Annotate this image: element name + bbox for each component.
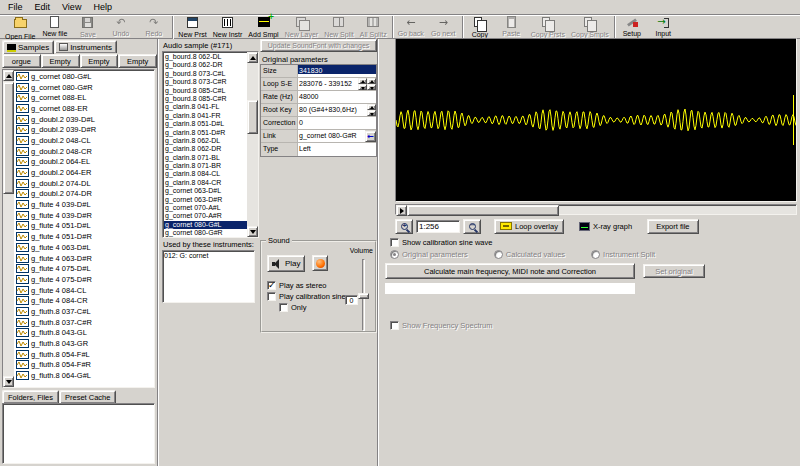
menu-item[interactable]: File — [2, 1, 29, 13]
tree-sample-row[interactable]: g_fluth.8 054-F#L — [14, 349, 154, 360]
scroll-up-icon[interactable] — [247, 52, 258, 63]
tab-preset-cache[interactable]: Preset Cache — [59, 390, 116, 403]
scroll-right-icon[interactable] — [396, 205, 407, 216]
tree-sample-row[interactable]: g_flute 4 039-D#R — [14, 210, 154, 221]
instrument-row[interactable]: 012: G: cornet — [164, 252, 253, 261]
tree-sample-row[interactable]: g_fluth.8 037-C#L — [14, 306, 154, 317]
export-file-button[interactable]: Export file — [647, 219, 698, 234]
audio-sample-row[interactable]: g_cornet 070-A#R — [164, 212, 247, 220]
redo-button[interactable]: Redo — [137, 16, 170, 38]
waveform-display[interactable] — [395, 38, 797, 202]
audio-sample-row[interactable]: g_bourd.8 062-DL — [164, 53, 247, 61]
calculate-frequency-button[interactable]: Calculate main frequency, MIDI note and … — [385, 263, 635, 279]
undo-button[interactable]: Undo — [104, 16, 137, 38]
goto-linked-sample-icon[interactable]: ← — [365, 131, 376, 142]
tree-sample-row[interactable]: g_flute 4 084-CL — [14, 285, 154, 296]
checkbox-row[interactable]: Only — [279, 302, 353, 313]
copy-samples-button[interactable]: Copy Smpls — [568, 16, 612, 39]
tree-sample-row[interactable]: g_doubl.2 074-DL — [14, 178, 154, 189]
parameter-value-field[interactable]: 80 (G#4+830,6Hz) — [298, 104, 367, 116]
tab-samples[interactable]: Samples — [2, 40, 54, 54]
open-file-button[interactable]: Open File — [2, 16, 38, 41]
tree-sample-row[interactable]: g_flute 4 075-D#R — [14, 274, 154, 285]
audio-sample-row[interactable]: g_cornet 063-D#L — [164, 187, 247, 195]
radio-icon[interactable] — [591, 250, 600, 259]
tab-folders-files[interactable]: Folders, Files — [2, 390, 59, 403]
audio-sample-row[interactable]: g_cornet 070-A#L — [164, 204, 247, 212]
audio-sample-row[interactable]: g_clarin.8 062-DR — [164, 145, 247, 153]
menu-item[interactable]: Help — [87, 1, 118, 13]
audio-sample-row[interactable]: g_bourd.8 085-C#L — [164, 87, 247, 95]
preset-slot-button[interactable]: orgue — [2, 54, 41, 68]
scrollbar-thumb[interactable] — [247, 100, 258, 134]
xray-graph-toggle[interactable]: X-ray graph — [579, 222, 632, 231]
tab-instruments[interactable]: Instruments — [54, 40, 117, 53]
audio-sample-row[interactable]: g_clarin.8 041-FR — [164, 112, 247, 120]
zoom-in-button[interactable] — [395, 219, 413, 234]
audio-sample-row[interactable]: g_clarin.8 041-FL — [164, 103, 247, 111]
new-preset-button[interactable]: New Prst — [172, 16, 209, 39]
audio-sample-row[interactable]: g_clarin.8 084-CL — [164, 170, 247, 178]
new-layer-button[interactable]: New Layer — [282, 16, 321, 39]
go-back-button[interactable]: Go back — [392, 16, 427, 38]
parameter-value-field[interactable]: 283076 - 339152 — [298, 78, 358, 90]
scrollbar-thumb[interactable] — [407, 205, 559, 216]
checkbox-icon[interactable] — [267, 292, 276, 301]
checkbox-icon[interactable] — [279, 303, 288, 312]
tree-sample-row[interactable]: g_doubl.2 074-DR — [14, 189, 154, 200]
tree-sample-row[interactable]: g_fluth.8 037-C#R — [14, 317, 154, 328]
preset-slot-button[interactable]: Empty — [80, 54, 119, 68]
audio-sample-row[interactable]: g_bourd.8 073-C#R — [164, 78, 247, 86]
tone-button[interactable] — [312, 255, 328, 271]
input-button[interactable]: Input — [647, 16, 680, 38]
go-next-button[interactable]: Go next — [427, 16, 460, 38]
tree-sample-row[interactable]: g_fluth.8 043-GL — [14, 328, 154, 339]
copy-button[interactable]: Copy — [462, 16, 495, 39]
scrollbar-thumb[interactable] — [3, 82, 14, 194]
checkbox-row[interactable]: Play as stereo — [267, 280, 353, 291]
tree-sample-row[interactable]: g_doubl.2 048-CR — [14, 146, 154, 157]
tree-sample-row[interactable]: g_doubl.2 064-ER — [14, 167, 154, 178]
parameter-value-field[interactable]: g_cornet 080-G#R — [298, 130, 365, 142]
radio-icon[interactable] — [494, 250, 503, 259]
checkbox-icon[interactable] — [390, 321, 399, 330]
audio-sample-row[interactable]: g_clarin.8 051-D#L — [164, 120, 247, 128]
sample-list-scrollbar[interactable] — [247, 52, 258, 237]
tree-sample-row[interactable]: g_flute 4 039-D#L — [14, 199, 154, 210]
audio-sample-row[interactable]: g_bourd.8 073-C#L — [164, 70, 247, 78]
volume-slider-thumb[interactable] — [358, 293, 369, 299]
parameter-source-radio[interactable]: Original parameters — [390, 250, 468, 259]
spinner-icon[interactable] — [367, 104, 376, 116]
save-button[interactable]: Save — [71, 16, 104, 39]
parameter-source-radio[interactable]: Instrument Split — [591, 250, 655, 259]
checkbox-icon[interactable] — [267, 281, 276, 290]
folders-listbox[interactable] — [2, 403, 155, 464]
new-split-button[interactable]: New Split — [321, 16, 357, 39]
menu-item[interactable]: View — [56, 1, 87, 13]
audio-sample-row[interactable]: g_cornet 063-D#R — [164, 196, 247, 204]
audio-sample-row[interactable]: g_clarin.8 071-BR — [164, 162, 247, 170]
preset-slot-button[interactable]: Empty — [41, 54, 80, 68]
parameter-value-field[interactable]: 48000 — [298, 91, 376, 103]
spinner-icon[interactable] — [358, 78, 367, 90]
parameter-source-radio[interactable]: Calculated values — [494, 250, 565, 259]
audio-sample-row[interactable]: g_clarin.8 051-D#R — [164, 129, 247, 137]
tree-sample-row[interactable]: g_flute 4 063-D#L — [14, 242, 154, 253]
parameter-value-field[interactable]: Left — [298, 143, 376, 156]
tree-sample-row[interactable]: g_flute 4 051-D#L — [14, 221, 154, 232]
radio-icon[interactable] — [390, 250, 399, 259]
setup-button[interactable]: Setup — [614, 16, 647, 38]
parameter-value-field[interactable]: 341830 — [298, 65, 376, 77]
add-sample-button[interactable]: Add Smpl — [245, 16, 281, 39]
tree-sample-row[interactable]: g_doubl.2 039-D#R — [14, 124, 154, 135]
parameter-value-field[interactable]: 0 — [298, 117, 376, 129]
audio-sample-row[interactable]: g_clarin.8 062-DL — [164, 137, 247, 145]
tree-scrollbar[interactable] — [3, 70, 14, 387]
tree-sample-row[interactable]: g_doubl.2 064-EL — [14, 157, 154, 168]
tree-sample-row[interactable]: g_fluth.8 054-F#R — [14, 360, 154, 371]
copy-presets-button[interactable]: Copy Prsts — [528, 16, 568, 39]
tree-sample-row[interactable]: g_doubl.2 039-D#L — [14, 114, 154, 125]
tree-sample-row[interactable]: g_doubl.2 048-CL — [14, 135, 154, 146]
tree-sample-row[interactable]: g_cornet 080-G#R — [14, 82, 154, 93]
audio-sample-row[interactable]: g_cornet 080-G#L — [164, 221, 247, 229]
